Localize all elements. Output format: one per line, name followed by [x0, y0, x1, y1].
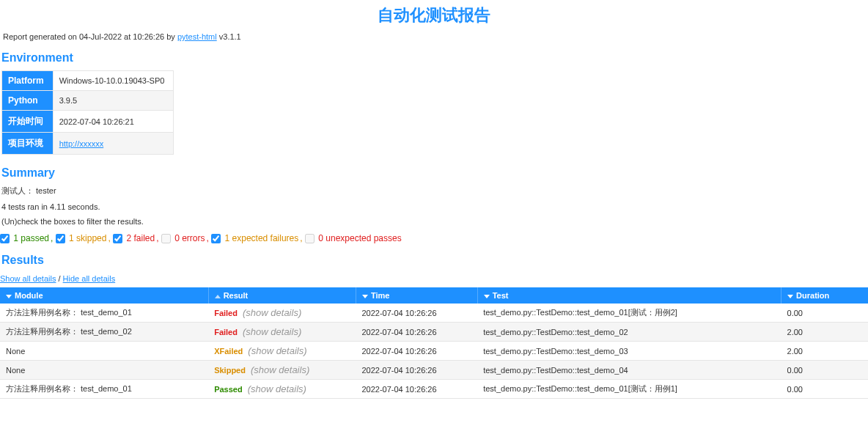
env-row: PlatformWindows-10-10.0.19043-SP0 [2, 71, 174, 91]
hide-all-details-link[interactable]: Hide all details [63, 274, 116, 283]
status-badge: XFailed [214, 347, 243, 356]
status-badge: Failed [214, 309, 238, 317]
comma: , [300, 233, 305, 243]
filter-errors-label: 0 errors [174, 233, 205, 243]
sort-down-icon [6, 295, 12, 298]
cell-module: 方法注释用例名称： test_demo_02 [0, 323, 208, 342]
filter-passed[interactable]: 1 passed [0, 233, 49, 243]
environment-table: PlatformWindows-10-10.0.19043-SP0Python3… [1, 70, 174, 155]
filter-xpass-checkbox [305, 234, 315, 243]
col-module-label: Module [15, 291, 43, 300]
cell-result: Passed (show details) [208, 380, 356, 399]
col-duration-header[interactable]: Duration [781, 287, 868, 304]
summary-heading: Summary [0, 162, 868, 185]
cell-module: None [0, 361, 208, 380]
filter-skipped[interactable]: 1 skipped [56, 233, 107, 243]
cell-test: test_demo.py::TestDemo::test_demo_02 [477, 323, 781, 342]
cell-duration: 2.00 [781, 342, 868, 361]
cell-module: 方法注释用例名称： test_demo_01 [0, 304, 208, 323]
show-details-link[interactable]: (show details) [248, 383, 306, 394]
generated-version: v3.1.1 [217, 32, 241, 41]
filter-xfail-label: 1 expected failures [225, 233, 299, 243]
show-details-link[interactable]: (show details) [243, 326, 301, 337]
filter-skipped-label: 1 skipped [69, 233, 106, 243]
comma: , [51, 233, 56, 243]
env-key: 项目环境 [2, 133, 54, 155]
sort-down-icon [362, 295, 368, 298]
detail-links: Show all details / Hide all details [0, 273, 868, 287]
env-value: Windows-10-10.0.19043-SP0 [53, 71, 174, 91]
generated-prefix: Report generated on 04-Jul-2022 at 10:26… [3, 32, 177, 41]
detail-links-sep: / [56, 274, 62, 283]
cell-time: 2022-07-04 10:26:26 [356, 323, 477, 342]
env-key: Python [2, 91, 54, 111]
pytest-html-link[interactable]: pytest-html [177, 32, 217, 41]
env-row: Python3.9.5 [2, 91, 174, 111]
cell-test: test_demo.py::TestDemo::test_demo_03 [477, 342, 781, 361]
cell-result: Skipped (show details) [208, 361, 356, 380]
table-row: 方法注释用例名称： test_demo_02Failed (show detai… [0, 323, 868, 342]
cell-result: XFailed (show details) [208, 342, 356, 361]
show-all-details-link[interactable]: Show all details [0, 274, 56, 283]
comma: , [156, 233, 161, 243]
filter-xfail-checkbox[interactable] [211, 234, 221, 243]
cell-time: 2022-07-04 10:26:26 [356, 342, 477, 361]
cell-time: 2022-07-04 10:26:26 [356, 380, 477, 399]
env-key: 开始时间 [2, 111, 54, 133]
filter-errors: 0 errors [161, 233, 205, 243]
col-test-header[interactable]: Test [477, 287, 781, 304]
results-table: Module Result Time Test Duration 方法注释用例名… [0, 287, 868, 399]
show-details-link[interactable]: (show details) [248, 345, 306, 356]
filter-xpass: 0 unexpected passes [305, 233, 402, 243]
cell-result: Failed (show details) [208, 323, 356, 342]
cell-duration: 0.00 [781, 380, 868, 399]
filter-errors-checkbox [161, 234, 171, 243]
status-badge: Passed [214, 385, 243, 394]
cell-duration: 0.00 [781, 361, 868, 380]
filter-failed-label: 2 failed [126, 233, 155, 243]
col-test-label: Test [493, 291, 509, 300]
cell-test: test_demo.py::TestDemo::test_demo_04 [477, 361, 781, 380]
cell-time: 2022-07-04 10:26:26 [356, 361, 477, 380]
status-badge: Skipped [214, 366, 246, 375]
col-time-header[interactable]: Time [356, 287, 477, 304]
cell-test: test_demo.py::TestDemo::test_demo_01[测试：… [477, 380, 781, 399]
env-row: 开始时间2022-07-04 10:26:21 [2, 111, 174, 133]
filter-bar: 1 passed, 1 skipped, 2 failed, 0 errors,… [0, 232, 868, 249]
env-key: Platform [2, 71, 54, 91]
show-details-link[interactable]: (show details) [251, 364, 309, 375]
col-time-label: Time [371, 291, 389, 300]
cell-time: 2022-07-04 10:26:26 [356, 304, 477, 323]
filter-hint: (Un)check the boxes to filter the result… [0, 217, 868, 232]
col-result-header[interactable]: Result [208, 287, 356, 304]
filter-xfail[interactable]: 1 expected failures [211, 233, 298, 243]
sort-down-icon [787, 295, 793, 298]
col-result-label: Result [224, 291, 249, 300]
environment-heading: Environment [0, 47, 868, 70]
filter-passed-checkbox[interactable] [0, 234, 10, 243]
status-badge: Failed [214, 328, 238, 336]
table-row: NoneSkipped (show details)2022-07-04 10:… [0, 361, 868, 380]
tester-line: 测试人： tester [0, 185, 868, 202]
filter-passed-label: 1 passed [13, 233, 49, 243]
col-module-header[interactable]: Module [0, 287, 208, 304]
cell-module: None [0, 342, 208, 361]
results-heading: Results [0, 249, 868, 273]
sort-down-icon [484, 295, 490, 298]
env-row: 项目环境http://xxxxxx [2, 133, 174, 155]
filter-xpass-label: 0 unexpected passes [318, 233, 401, 243]
table-row: 方法注释用例名称： test_demo_01Passed (show detai… [0, 380, 868, 399]
filter-failed[interactable]: 2 failed [113, 233, 155, 243]
show-details-link[interactable]: (show details) [243, 307, 301, 318]
cell-duration: 0.00 [781, 304, 868, 323]
env-value: http://xxxxxx [53, 133, 174, 155]
cell-result: Failed (show details) [208, 304, 356, 323]
filter-skipped-checkbox[interactable] [56, 234, 65, 243]
run-line: 4 tests ran in 4.11 seconds. [0, 202, 868, 217]
col-duration-label: Duration [796, 291, 829, 300]
filter-failed-checkbox[interactable] [113, 234, 122, 243]
table-row: 方法注释用例名称： test_demo_01Failed (show detai… [0, 304, 868, 323]
env-link[interactable]: http://xxxxxx [59, 139, 104, 148]
table-row: NoneXFailed (show details)2022-07-04 10:… [0, 342, 868, 361]
generated-line: Report generated on 04-Jul-2022 at 10:26… [0, 32, 868, 47]
